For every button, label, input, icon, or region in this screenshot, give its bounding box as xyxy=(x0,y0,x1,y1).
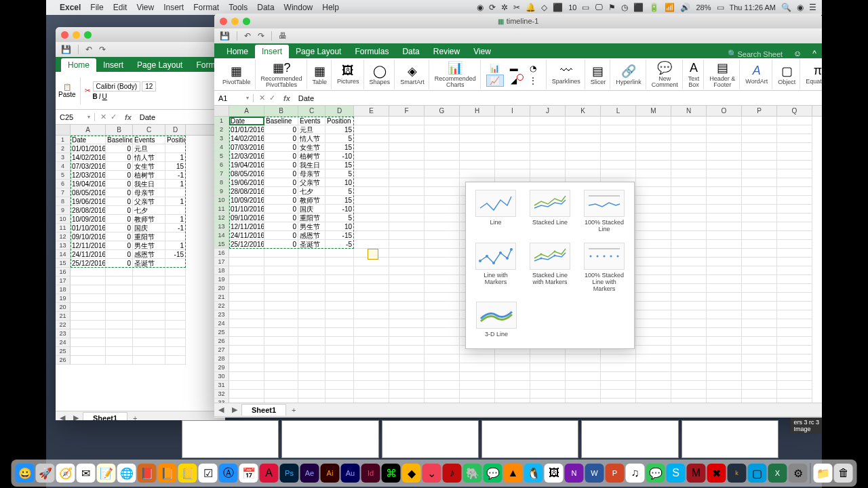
col-header[interactable]: D xyxy=(326,106,354,116)
menu-help[interactable]: Help xyxy=(322,3,339,12)
messages-icon[interactable]: 💬 xyxy=(646,464,665,483)
enter-formula-icon[interactable]: ✓ xyxy=(269,94,275,102)
netease-icon[interactable]: ♪ xyxy=(443,464,462,483)
col-header[interactable]: A xyxy=(229,106,264,116)
chrome-icon[interactable]: 🌐 xyxy=(117,464,136,483)
adobe-icon[interactable]: ⬛ xyxy=(553,3,563,12)
calendar-icon[interactable]: 📅 xyxy=(239,464,258,483)
cell[interactable]: 感恩节 xyxy=(298,231,326,240)
cell[interactable]: 0 xyxy=(264,125,298,134)
pictures-icon[interactable]: 🖼 xyxy=(342,64,354,78)
col-header[interactable]: B xyxy=(264,106,298,116)
cell[interactable]: 24/11/2016 xyxy=(229,231,264,240)
bell-icon[interactable]: 🔔 xyxy=(526,3,536,12)
undo-icon[interactable]: ↶ xyxy=(244,31,251,41)
slicer-icon[interactable]: ▤ xyxy=(592,64,604,79)
paste-icon[interactable]: 📋 xyxy=(63,83,71,91)
cell[interactable]: -10 xyxy=(326,152,354,161)
finder-icon[interactable]: 😀 xyxy=(16,464,35,483)
cell[interactable]: 5 xyxy=(326,134,354,143)
cell[interactable]: -5 xyxy=(326,240,354,249)
enter-icon[interactable]: ✓ xyxy=(111,113,117,121)
volume-icon[interactable]: 🔊 xyxy=(680,3,690,12)
siri-icon[interactable]: ◉ xyxy=(797,3,804,12)
textbox-icon[interactable]: A xyxy=(690,61,698,75)
indesign-icon[interactable]: Id xyxy=(361,464,380,483)
cancel-icon[interactable]: ✕ xyxy=(100,113,106,121)
cell[interactable]: 0 xyxy=(264,187,298,196)
font-select[interactable]: Calibri (Body) xyxy=(93,81,141,92)
cell[interactable]: 0 xyxy=(264,169,298,178)
header-footer-icon[interactable]: ▤ xyxy=(717,60,728,75)
axure-icon[interactable]: ▢ xyxy=(748,464,767,483)
thumb[interactable] xyxy=(281,420,378,458)
tab-view[interactable]: View xyxy=(467,45,498,58)
wechat-icon[interactable]: 💬 xyxy=(484,464,502,483)
cell[interactable]: 10 xyxy=(326,222,354,231)
object-icon[interactable]: ▢ xyxy=(781,64,793,79)
clock-text[interactable]: Thu 11:26 AM xyxy=(730,3,776,12)
cell[interactable]: 12/11/2016 xyxy=(229,222,264,231)
screen-icon[interactable]: 🖵 xyxy=(595,3,603,12)
cell[interactable]: Position xyxy=(326,117,354,125)
cell[interactable]: 0 xyxy=(264,143,298,152)
cell[interactable]: 父亲节 xyxy=(298,178,326,187)
thumb[interactable] xyxy=(182,420,279,458)
trash-icon[interactable]: 🗑 xyxy=(834,464,853,483)
thumb[interactable] xyxy=(382,420,479,458)
onenote-icon[interactable]: N xyxy=(565,464,584,483)
cell[interactable]: 0 xyxy=(264,178,298,187)
underline-button[interactable]: U xyxy=(102,93,107,100)
cell[interactable]: 01/10/2016 xyxy=(229,205,264,214)
menu-file[interactable]: File xyxy=(90,3,103,12)
sync-icon[interactable]: ⟳ xyxy=(489,3,496,12)
menu-tools[interactable]: Tools xyxy=(229,3,248,12)
cell[interactable]: 14/02/2016 xyxy=(229,134,264,143)
area-chart-icon[interactable]: ◢ xyxy=(505,75,523,87)
qq-icon[interactable]: 🐧 xyxy=(524,464,543,483)
shapes-icon[interactable]: ◯ xyxy=(373,64,387,79)
cell[interactable]: 男生节 xyxy=(298,222,326,231)
app-name[interactable]: Excel xyxy=(60,3,81,12)
smartart-icon[interactable]: ◈ xyxy=(408,64,417,79)
sysprefs-icon[interactable]: ⚙ xyxy=(789,464,808,483)
downloads-icon[interactable]: 📁 xyxy=(814,464,833,483)
fx-icon[interactable]: fx xyxy=(122,113,134,121)
evernote-icon[interactable]: 🐘 xyxy=(463,464,482,483)
paste-options-icon[interactable] xyxy=(368,249,378,260)
cell[interactable]: 08/05/2016 xyxy=(229,169,264,178)
size-select[interactable]: 12 xyxy=(142,81,156,92)
menu-data[interactable]: Data xyxy=(257,3,274,12)
cell[interactable]: 0 xyxy=(264,231,298,240)
sheet-prev-icon[interactable]: ◀ xyxy=(214,405,228,414)
equation-icon[interactable]: π xyxy=(814,64,822,78)
powerpoint-icon[interactable]: P xyxy=(606,464,625,483)
notifications-icon[interactable]: ☰ xyxy=(809,3,816,12)
sketch-icon[interactable]: ◆ xyxy=(402,464,421,483)
cell[interactable]: 10/09/2016 xyxy=(229,196,264,205)
cell[interactable]: 0 xyxy=(264,222,298,231)
cell[interactable]: 0 xyxy=(264,214,298,222)
cell[interactable]: Baseline xyxy=(264,117,298,125)
cell[interactable]: 情人节 xyxy=(298,134,326,143)
chart-stacked-line[interactable]: Stacked Line xyxy=(524,186,576,237)
cell[interactable]: 母亲节 xyxy=(298,169,326,178)
tab-page-layout[interactable]: Page Layout xyxy=(289,45,348,58)
cell[interactable]: Events xyxy=(298,117,326,125)
cell[interactable]: 我生日 xyxy=(298,161,326,169)
cell[interactable]: 0 xyxy=(264,161,298,169)
cell[interactable]: 09/10/2016 xyxy=(229,214,264,222)
sparklines-icon[interactable]: 〰 xyxy=(560,64,572,78)
terminal-icon[interactable]: ⌘ xyxy=(382,464,401,483)
wifi2-icon[interactable]: 📶 xyxy=(665,3,675,12)
tab-insert[interactable]: Insert xyxy=(255,45,289,58)
col-header[interactable]: O xyxy=(707,106,742,116)
redo-icon[interactable]: ↷ xyxy=(258,31,264,41)
line-chart-icon[interactable]: 📈 xyxy=(486,75,504,87)
cell[interactable]: -10 xyxy=(326,205,354,214)
dropbox-icon[interactable]: ◇ xyxy=(541,3,547,12)
collapse-icon[interactable]: ^ xyxy=(807,49,822,58)
record-icon[interactable]: ◉ xyxy=(477,3,484,12)
rec-pivot-icon[interactable]: ▦? xyxy=(273,60,291,75)
cell[interactable]: 0 xyxy=(264,240,298,249)
